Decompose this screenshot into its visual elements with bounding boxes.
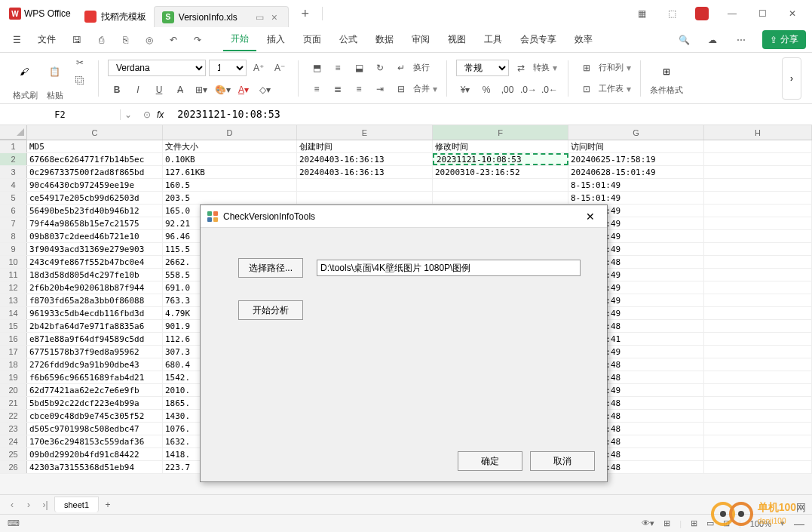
column-header[interactable]: C <box>27 125 163 140</box>
hamburger-icon[interactable]: ☰ <box>6 29 27 51</box>
redo-icon[interactable]: ↷ <box>187 29 208 51</box>
cell[interactable] <box>433 192 568 204</box>
row-header[interactable]: 26 <box>0 461 27 473</box>
column-header[interactable]: F <box>433 125 568 140</box>
bug-icon[interactable] <box>693 5 711 23</box>
currency-button[interactable]: ¥▾ <box>456 82 474 97</box>
maximize-button[interactable]: ☐ <box>753 5 771 23</box>
cell[interactable]: 67751578b37f9ed8a95962 <box>27 346 163 358</box>
decrease-decimal-button[interactable]: .0← <box>541 82 559 97</box>
cell[interactable]: 09b8037c2deed46b721e10 <box>27 230 163 242</box>
select-path-button[interactable]: 选择路径... <box>238 258 303 278</box>
ok-button[interactable]: 确定 <box>458 451 522 471</box>
row-header[interactable]: 23 <box>0 423 27 435</box>
orientation-button[interactable]: ↻ <box>371 60 389 75</box>
new-tab-button[interactable]: + <box>295 3 316 24</box>
cell[interactable] <box>704 371 812 383</box>
row-header[interactable]: 17 <box>0 346 27 358</box>
menu-data[interactable]: 数据 <box>368 29 401 51</box>
cell[interactable]: 42303a73155368d51eb94 <box>27 461 163 473</box>
menu-tools[interactable]: 工具 <box>476 29 510 51</box>
select-all-corner[interactable] <box>0 125 27 140</box>
row-header[interactable]: 16 <box>0 333 27 345</box>
row-header[interactable]: 19 <box>0 371 27 383</box>
add-sheet-button[interactable]: + <box>100 497 115 512</box>
cell[interactable]: ce54917e205cb99d62503d <box>27 192 163 204</box>
fx-icon[interactable]: fx <box>157 109 164 120</box>
dialog-titlebar[interactable]: CheckVersionInfoTools ✕ <box>201 205 607 228</box>
rows-cols-button[interactable]: ⊞ <box>578 60 596 75</box>
cell[interactable] <box>704 140 812 152</box>
font-color-button[interactable]: A▾ <box>234 82 253 97</box>
file-menu[interactable]: 文件 <box>30 29 63 51</box>
cell[interactable] <box>704 166 812 178</box>
ribbon-expand-button[interactable]: › <box>782 57 801 100</box>
cell[interactable]: 2b42bfa64d7e971fa8835a6 <box>27 320 163 332</box>
cell[interactable] <box>704 243 812 255</box>
format-painter-button[interactable]: 🖌 <box>11 60 38 83</box>
cell[interactable]: 20240403-16:36:13 <box>297 166 433 178</box>
menu-start[interactable]: 开始 <box>223 28 256 51</box>
underline-button[interactable]: U <box>150 82 168 97</box>
cell[interactable] <box>704 346 812 358</box>
cell[interactable] <box>297 179 433 191</box>
row-header[interactable]: 25 <box>0 448 27 460</box>
cell[interactable]: 170e36c2948153c559daf36 <box>27 435 163 447</box>
row-header[interactable]: 11 <box>0 269 27 281</box>
row-header[interactable]: 2 <box>0 153 27 165</box>
column-header[interactable]: D <box>163 125 297 140</box>
cell[interactable]: 56490be5b23fd40b946b12 <box>27 204 163 217</box>
column-header[interactable]: H <box>704 125 812 140</box>
cell[interactable] <box>704 461 812 473</box>
cell[interactable]: 20240403-16:36:13 <box>297 153 433 165</box>
row-header[interactable]: 18 <box>0 358 27 371</box>
cell[interactable]: 67668ec6264771f7b14b5ec <box>27 153 163 165</box>
tab-document-active[interactable]: S VersionInfo.xls ▭ × <box>154 6 289 27</box>
row-header[interactable]: 3 <box>0 166 27 178</box>
row-header[interactable]: 12 <box>0 281 27 294</box>
view-page-icon[interactable]: ▭ <box>706 518 714 528</box>
cell[interactable] <box>704 410 812 422</box>
row-header[interactable]: 5 <box>0 192 27 204</box>
view-normal-icon[interactable]: ⊞ <box>691 518 697 528</box>
cube-icon[interactable]: ⬚ <box>663 5 681 23</box>
sheet-next-button[interactable]: › <box>21 497 36 512</box>
indent-button[interactable]: ⇥ <box>371 81 389 97</box>
align-bottom-button[interactable]: ⬓ <box>350 60 368 75</box>
row-header[interactable]: 4 <box>0 179 27 191</box>
cell[interactable]: 09b0d29920b4fd91c84422 <box>27 448 163 460</box>
cell[interactable]: 8-15:01:49 <box>568 192 704 204</box>
cell[interactable]: 20240628-15:01:49 <box>568 166 704 178</box>
row-header[interactable]: 13 <box>0 294 27 306</box>
cell[interactable]: f6b6596c96651689fab4d21 <box>27 371 163 383</box>
cell[interactable]: 20200310-23:16:52 <box>433 166 568 178</box>
cancel-button[interactable]: 取消 <box>530 451 595 471</box>
print-icon[interactable]: ⎘ <box>115 29 136 51</box>
close-icon[interactable]: × <box>268 11 280 23</box>
cell[interactable]: 20240625-17:58:19 <box>568 153 704 165</box>
menu-view[interactable]: 视图 <box>440 29 473 51</box>
cell[interactable]: 243c49fe867f552b47bc0e4 <box>27 256 163 268</box>
view-eye-icon[interactable]: 👁▾ <box>642 518 654 528</box>
cell[interactable]: d505c9701998c508edbc47 <box>27 423 163 435</box>
cell[interactable] <box>704 320 812 332</box>
cell[interactable] <box>704 230 812 242</box>
align-right-button[interactable]: ≡ <box>350 81 368 97</box>
row-header[interactable]: 15 <box>0 320 27 332</box>
wrap-button[interactable]: ↵ <box>392 60 410 75</box>
cell[interactable]: 5bd5b92c22dcf223e4b99a <box>27 397 163 409</box>
tab-window-icon[interactable]: ▭ <box>256 12 264 23</box>
grid-icon[interactable]: ▦ <box>633 5 651 23</box>
view-break-icon[interactable]: ⊡ <box>723 518 730 528</box>
cell[interactable]: MD5 <box>27 140 163 152</box>
row-header[interactable]: 14 <box>0 307 27 319</box>
cell[interactable] <box>704 269 812 281</box>
preview-icon[interactable]: ◎ <box>139 29 160 51</box>
decrease-font-button[interactable]: A⁻ <box>271 60 289 75</box>
sheet-tab-active[interactable]: sheet1 <box>54 497 99 512</box>
row-header[interactable]: 9 <box>0 243 27 255</box>
menu-page[interactable]: 页面 <box>296 29 329 51</box>
cell[interactable]: 8-15:01:49 <box>568 179 704 191</box>
cell[interactable] <box>704 384 812 396</box>
paste-button[interactable]: 📋 <box>41 60 68 83</box>
